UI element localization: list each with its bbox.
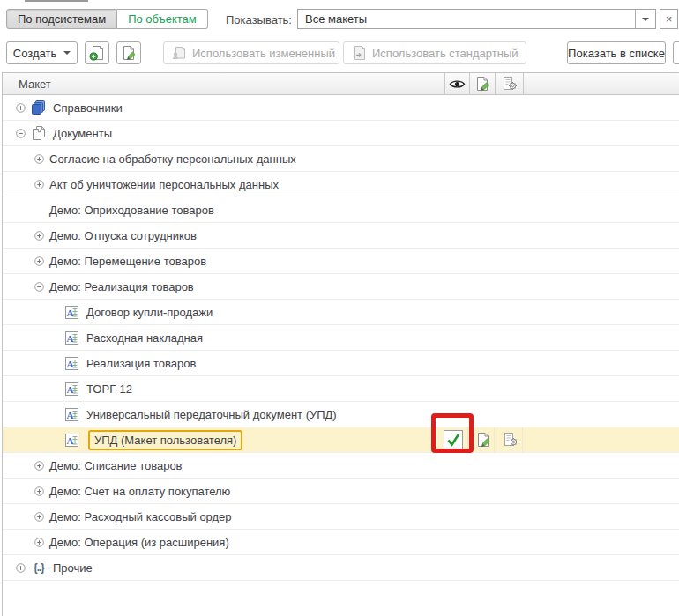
tree-row[interactable]: Демо: Счет на оплату покупателю xyxy=(3,479,679,504)
create-button[interactable]: Создать xyxy=(6,41,78,64)
expander-plus-icon[interactable] xyxy=(16,103,26,113)
tree-row-label: Акт об уничтожении персональных данных xyxy=(49,178,279,191)
tree-row[interactable]: Согласие на обработку персональных данны… xyxy=(3,146,679,172)
template-icon: A xyxy=(63,304,79,320)
tree-row-label: Демо: Счет на оплату покупателю xyxy=(49,485,230,498)
expander-plus-icon[interactable] xyxy=(34,256,44,266)
catalogs-icon xyxy=(31,100,47,115)
svg-text:A: A xyxy=(66,409,73,419)
show-filter-label: Показывать: xyxy=(226,13,292,26)
cutoff-element-edge xyxy=(25,0,88,2)
tab-by-subsystems[interactable]: По подсистемам xyxy=(6,9,117,29)
modified-checkbox-icon[interactable] xyxy=(444,430,463,449)
eye-icon[interactable] xyxy=(444,73,469,94)
column-header-layout[interactable]: Макет xyxy=(3,73,444,94)
template-icon: A xyxy=(63,330,79,345)
column-separator xyxy=(467,427,468,452)
tree-row[interactable]: Демо: Списание товаров xyxy=(3,453,679,479)
show-in-list-button[interactable]: Показать в списке xyxy=(567,41,666,64)
template-icon: A xyxy=(63,406,79,422)
template-icon: A xyxy=(63,381,79,397)
svg-text:A: A xyxy=(66,434,73,445)
tree-row-label: Демо: Расходный кассовый ордер xyxy=(49,510,232,523)
close-glyph: × xyxy=(666,12,673,26)
edit-template-icon[interactable] xyxy=(475,432,491,448)
tree-row[interactable]: AУПД (Макет пользователя) xyxy=(3,427,679,453)
tab-by-objects-label: По объектам xyxy=(128,12,197,26)
expander-plus-icon[interactable] xyxy=(16,563,26,573)
tree-row[interactable]: AРеализация товаров xyxy=(3,351,679,376)
expander-plus-icon[interactable] xyxy=(34,538,44,547)
tree-row[interactable]: {..}Прочие xyxy=(3,555,679,581)
tree-row-label: УПД (Макет пользователя) xyxy=(88,430,242,450)
tree-row-label: Демо: Оприходование товаров xyxy=(49,204,214,217)
tree-row-label: Согласие на обработку персональных данны… xyxy=(49,152,296,166)
chevron-down-icon[interactable] xyxy=(635,10,655,28)
tree-row[interactable]: Справочники xyxy=(3,95,679,121)
tree-rows: СправочникиДокументыСогласие на обработк… xyxy=(3,95,679,581)
tree-row[interactable]: Демо: Перемещение товаров xyxy=(3,249,679,274)
edit-template-icon[interactable] xyxy=(469,73,495,94)
expander-plus-icon[interactable] xyxy=(34,486,44,496)
tree-row-label: Договор купли-продажи xyxy=(86,306,213,319)
partial-cutoff-button[interactable] xyxy=(673,41,679,64)
tree-row[interactable]: Демо: Оприходование товаров xyxy=(3,197,679,223)
tree-row[interactable]: Документы xyxy=(3,121,679,146)
edit-template-button[interactable] xyxy=(116,41,141,64)
expander-plus-icon[interactable] xyxy=(34,512,44,522)
tree-row[interactable]: Демо: Расходный кассовый ордер xyxy=(3,504,679,530)
expander-plus-icon[interactable] xyxy=(34,154,44,164)
template-icon: A xyxy=(63,355,79,371)
expander-plus-icon[interactable] xyxy=(34,231,44,241)
edit-template-icon xyxy=(121,45,137,61)
tab-by-subsystems-label: По подсистемам xyxy=(18,12,106,26)
tree-row[interactable]: AДоговор купли-продажи xyxy=(3,300,679,325)
create-button-label: Создать xyxy=(13,47,56,60)
chevron-down-glyph xyxy=(642,18,649,21)
table-header: Макет xyxy=(3,72,679,95)
braces-icon: {..} xyxy=(31,560,47,575)
expander-minus-icon[interactable] xyxy=(34,282,44,292)
templates-tree-table: Макет СправочникиДокументыСогласие на об… xyxy=(2,72,679,616)
column-separator xyxy=(494,427,495,452)
svg-text:A: A xyxy=(66,383,73,394)
tree-row-label: Демо: Перемещение товаров xyxy=(49,255,206,268)
template-settings-icon[interactable] xyxy=(503,432,519,448)
tree-row[interactable]: Демо: Отпуска сотрудников xyxy=(3,223,679,249)
expander-minus-icon[interactable] xyxy=(16,129,26,138)
use-standard-icon xyxy=(351,45,367,61)
tree-row-label: Демо: Списание товаров xyxy=(49,459,183,472)
tree-row-label: ТОРГ-12 xyxy=(86,382,132,396)
tree-row-label: Прочие xyxy=(53,561,93,575)
tree-row-label: Справочники xyxy=(53,101,123,115)
use-modified-button: Использовать измененный xyxy=(163,41,340,64)
close-icon[interactable]: × xyxy=(660,9,678,29)
view-mode-tabs: По подсистемам По объектам xyxy=(6,9,208,29)
show-filter-input[interactable] xyxy=(298,10,635,28)
tree-row[interactable]: AТОРГ-12 xyxy=(3,376,679,402)
tree-row-label: Демо: Отпуска сотрудников xyxy=(49,229,197,242)
column-separator xyxy=(522,427,523,452)
use-standard-label: Использовать стандартный xyxy=(372,47,519,60)
template-icon: A xyxy=(63,432,79,448)
svg-text:A: A xyxy=(66,307,73,317)
tree-row[interactable]: Демо: Реализация товаров xyxy=(3,274,679,300)
tree-row[interactable]: AУниверсальный передаточный документ (УП… xyxy=(3,402,679,427)
expander-plus-icon[interactable] xyxy=(34,180,44,189)
use-modified-icon xyxy=(171,45,187,61)
tree-row-label: Реализация товаров xyxy=(86,357,196,370)
use-standard-button: Использовать стандартный xyxy=(343,41,526,64)
template-manager-window: { "view_tabs": { "by_subsystems": "По по… xyxy=(0,0,679,616)
add-template-button[interactable] xyxy=(85,41,109,64)
tree-row[interactable]: Акт об уничтожении персональных данных xyxy=(3,172,679,197)
template-settings-icon[interactable] xyxy=(495,73,523,94)
svg-text:A: A xyxy=(66,358,73,368)
documents-icon xyxy=(31,125,47,141)
tree-row-label: Демо: Операция (из расширения) xyxy=(49,536,229,549)
expander-plus-icon[interactable] xyxy=(34,461,44,471)
tab-by-objects[interactable]: По объектам xyxy=(117,9,208,29)
tree-row[interactable]: AРасходная накладная xyxy=(3,325,679,351)
tree-row[interactable]: Демо: Операция (из расширения) xyxy=(3,530,679,555)
use-modified-label: Использовать измененный xyxy=(192,47,335,60)
column-header-empty xyxy=(523,73,679,94)
